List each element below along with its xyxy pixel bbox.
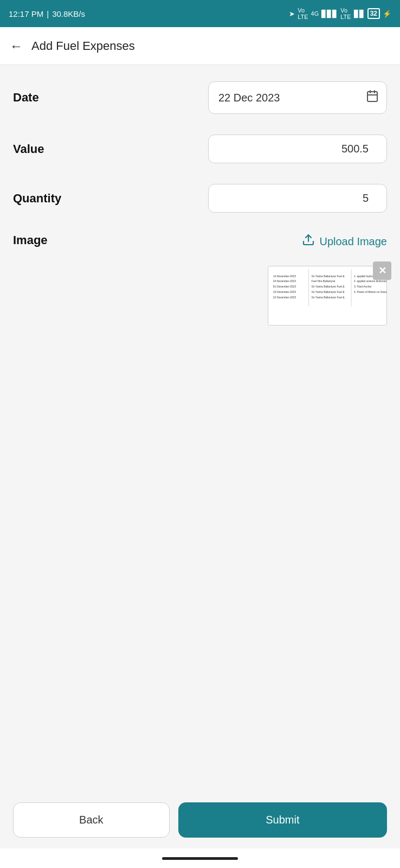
signal2-icon: ▊▊ [354,10,365,18]
back-icon[interactable]: ← [10,39,23,54]
svg-text:Sri Yantra Ballantyne Fuel &: Sri Yantra Ballantyne Fuel & [312,291,345,293]
image-row: Image Upload Image [13,233,387,250]
quantity-input[interactable] [208,184,387,213]
svg-text:15-December-2023: 15-December-2023 [273,291,296,293]
remove-image-button[interactable]: ✕ [373,261,391,280]
signal-icon: ▊▊▊ [321,10,338,18]
svg-text:Fuel Hire Ballantyne: Fuel Hire Ballantyne [312,280,336,283]
bottom-buttons: Back Submit [0,794,400,848]
svg-rect-0 [367,92,377,101]
svg-text:24-November-2023: 24-November-2023 [273,280,296,283]
image-preview-wrapper: ✕ 14-November-2023 24-November-2023 01-D… [257,266,387,326]
date-value: 22 Dec 2023 [218,92,280,104]
svg-text:2. applied science dictionarie: 2. applied science dictionaries [354,280,386,283]
back-button[interactable]: Back [13,802,170,838]
nav-indicator [162,857,238,860]
location-icon: ➤ [289,10,295,18]
upload-icon [302,233,315,250]
svg-text:14-November-2023: 14-November-2023 [273,275,296,278]
svg-text:Sri Yantra Ballantyne Fuel &: Sri Yantra Ballantyne Fuel & [312,285,345,288]
calendar-icon [366,90,379,106]
form-content: Date 22 Dec 2023 Value Quantity Image [0,65,400,794]
upload-label: Upload Image [319,235,387,248]
nav-bar [0,848,400,868]
status-right: ➤ VoLTE 4G ▊▊▊ VoLTE ▊▊ 32 ⚡ [289,7,391,20]
date-row: Date 22 Dec 2023 [13,81,387,114]
page-title: Add Fuel Expenses [31,39,135,53]
svg-text:22-December-2023: 22-December-2023 [273,296,296,299]
header: ← Add Fuel Expenses [0,27,400,65]
battery-indicator: 32 [367,8,380,19]
svg-text:Sri Yantra Ballantyne Fuel &: Sri Yantra Ballantyne Fuel & [312,296,345,299]
image-preview: 14-November-2023 24-November-2023 01-Dec… [268,266,387,326]
image-label: Image [13,233,48,247]
status-left: 12:17 PM | 30.8KB/s [9,9,85,18]
value-label: Value [13,142,44,156]
submit-button[interactable]: Submit [178,802,387,838]
volte-icon: VoLTE [298,7,308,20]
date-input-wrapper[interactable]: 22 Dec 2023 [208,81,387,114]
status-bar: 12:17 PM | 30.8KB/s ➤ VoLTE 4G ▊▊▊ VoLTE… [0,0,400,27]
value-row: Value [13,135,387,163]
network-speed: 30.8KB/s [52,9,85,18]
charging-icon: ⚡ [383,10,391,18]
svg-text:Sri Yantra Ballantyne Fuel &: Sri Yantra Ballantyne Fuel & [312,275,345,278]
4g-icon: 4G [311,10,319,17]
quantity-row: Quantity [13,184,387,213]
svg-text:4. Power of Motion on Solution: 4. Power of Motion on Solution [354,291,386,293]
quantity-label: Quantity [13,192,61,206]
date-label: Date [13,91,39,105]
time: 12:17 PM [9,9,43,18]
volte2-icon: VoLTE [340,7,351,20]
svg-text:3. Fluid Anchor: 3. Fluid Anchor [354,285,372,288]
svg-text:01-December-2023: 01-December-2023 [273,285,296,288]
separator: | [47,9,49,18]
value-input[interactable] [208,135,387,163]
image-preview-container: ✕ 14-November-2023 24-November-2023 01-D… [13,266,387,326]
upload-image-button[interactable]: Upload Image [302,233,387,250]
